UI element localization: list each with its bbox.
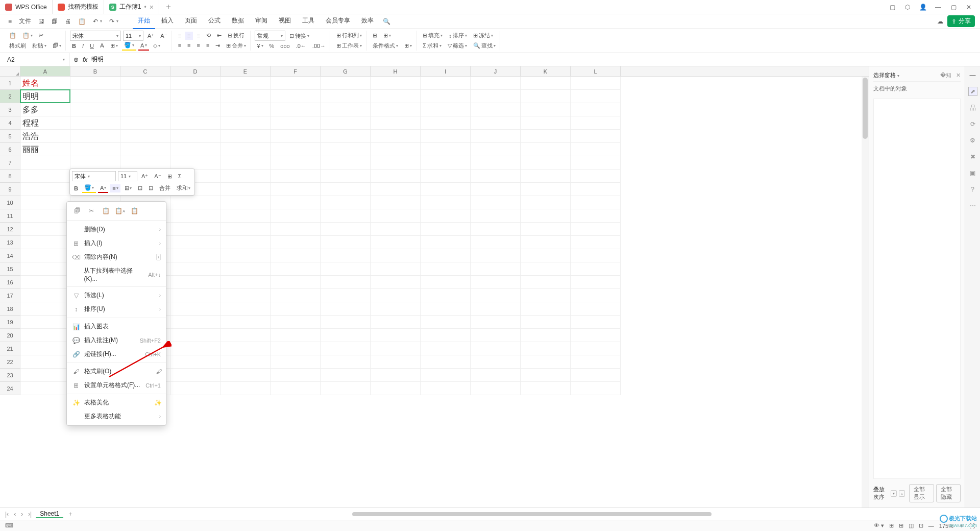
cell[interactable] xyxy=(421,156,471,170)
tab-page[interactable]: 页面 xyxy=(180,13,202,29)
cell[interactable] xyxy=(321,316,371,329)
cell[interactable] xyxy=(170,236,220,249)
cell[interactable] xyxy=(220,170,271,183)
cell[interactable] xyxy=(20,289,70,302)
cell[interactable] xyxy=(571,342,621,355)
row-header[interactable]: 4 xyxy=(0,116,20,130)
cell[interactable] xyxy=(471,316,521,329)
cell[interactable] xyxy=(571,236,621,249)
print-icon[interactable]: 🖨 xyxy=(62,16,74,27)
cell[interactable] xyxy=(371,316,421,329)
merge-button[interactable]: ⊞ 合并▾ xyxy=(224,41,248,51)
cell[interactable] xyxy=(371,130,421,143)
cell[interactable] xyxy=(521,196,571,209)
cell[interactable] xyxy=(220,77,271,90)
cell[interactable] xyxy=(220,236,271,249)
italic-icon[interactable]: I xyxy=(80,42,86,50)
cell[interactable] xyxy=(471,143,521,156)
cell[interactable] xyxy=(471,156,521,170)
row-header[interactable]: 24 xyxy=(0,382,20,395)
cell[interactable] xyxy=(220,342,271,355)
cell[interactable] xyxy=(220,209,271,223)
cell[interactable] xyxy=(471,90,521,103)
collapse-right-icon[interactable]: — xyxy=(968,70,977,80)
column-header[interactable]: D xyxy=(170,66,220,76)
indent-decrease-icon[interactable]: ⇤ xyxy=(215,31,224,40)
cell[interactable] xyxy=(220,262,271,276)
tab-home[interactable]: 开始 xyxy=(133,13,155,29)
filter-button[interactable]: ▽ 筛选▾ xyxy=(446,41,469,51)
cell[interactable] xyxy=(371,329,421,342)
cell[interactable] xyxy=(421,170,471,183)
cell[interactable] xyxy=(170,342,220,355)
fill-color-icon[interactable]: 🪣▾ xyxy=(122,41,136,51)
cell[interactable] xyxy=(321,116,371,130)
menu-hamburger-icon[interactable]: ≡ xyxy=(5,16,15,27)
cell[interactable] xyxy=(321,223,371,236)
find-button[interactable]: 🔍 查找▾ xyxy=(471,41,498,51)
view-break-icon[interactable]: ⊡ xyxy=(919,522,923,529)
column-header[interactable]: I xyxy=(421,66,471,76)
cell[interactable] xyxy=(521,262,571,276)
sort-button[interactable]: ↕ 排序▾ xyxy=(447,31,469,40)
cell[interactable] xyxy=(271,90,321,103)
cell[interactable] xyxy=(421,236,471,249)
tab-member[interactable]: 会员专享 xyxy=(321,13,355,29)
cell[interactable] xyxy=(20,329,70,342)
cell[interactable] xyxy=(271,289,321,302)
decimal-increase-icon[interactable]: .00→ xyxy=(310,42,328,50)
column-header[interactable]: J xyxy=(471,66,521,76)
cell[interactable] xyxy=(371,236,421,249)
row-header[interactable]: 7 xyxy=(0,156,20,170)
search-icon[interactable]: 🔍 xyxy=(380,16,394,27)
cell[interactable] xyxy=(471,329,521,342)
row-header[interactable]: 19 xyxy=(0,316,20,329)
cell[interactable] xyxy=(271,183,321,196)
cell[interactable] xyxy=(220,355,271,369)
row-header[interactable]: 20 xyxy=(0,329,20,342)
props-tool-icon[interactable]: ⚙ xyxy=(968,136,977,145)
cell[interactable] xyxy=(271,130,321,143)
cell[interactable] xyxy=(220,90,271,103)
cell[interactable]: 明明 xyxy=(20,90,70,103)
cell[interactable] xyxy=(321,196,371,209)
column-header[interactable]: C xyxy=(120,66,170,76)
cell[interactable] xyxy=(170,355,220,369)
strikethrough-icon[interactable]: A̶ xyxy=(98,41,106,50)
cloud-icon[interactable]: ☁ xyxy=(934,16,946,27)
cell[interactable] xyxy=(170,143,220,156)
column-header[interactable]: K xyxy=(521,66,571,76)
cell[interactable] xyxy=(20,236,70,249)
ctx-insert[interactable]: ⊞插入(I)› xyxy=(67,236,166,250)
copy-icon[interactable]: 🗐▾ xyxy=(51,41,63,50)
cell[interactable] xyxy=(220,302,271,316)
cell[interactable] xyxy=(371,289,421,302)
cell[interactable] xyxy=(321,355,371,369)
ctx-paste-icon[interactable]: 📋 xyxy=(101,206,111,216)
cell[interactable] xyxy=(471,223,521,236)
cell[interactable] xyxy=(170,302,220,316)
ctx-filter[interactable]: ▽筛选(L)› xyxy=(67,288,166,302)
mini-border-icon[interactable]: ⊞▾ xyxy=(122,184,134,192)
cell[interactable] xyxy=(321,156,371,170)
mini-sum-icon[interactable]: Σ xyxy=(176,172,184,180)
sheet-first-icon[interactable]: |‹ xyxy=(4,511,10,518)
align-left-icon[interactable]: ≡ xyxy=(176,41,183,50)
close-icon[interactable]: × xyxy=(150,3,154,11)
cell[interactable] xyxy=(120,143,170,156)
column-header[interactable]: E xyxy=(220,66,271,76)
view-normal-icon[interactable]: ⊞ xyxy=(899,522,903,529)
ctx-copy-icon[interactable]: 🗐 xyxy=(72,206,82,216)
cell[interactable]: 多多 xyxy=(20,103,70,116)
sheet-tab[interactable]: Sheet1 xyxy=(36,510,63,518)
cell[interactable] xyxy=(371,77,421,90)
cell[interactable] xyxy=(20,342,70,355)
cell[interactable] xyxy=(170,223,220,236)
fullscreen-icon[interactable]: ⛶ xyxy=(969,523,975,529)
cell[interactable] xyxy=(571,276,621,289)
cell[interactable] xyxy=(271,302,321,316)
zoom-out-icon[interactable]: — xyxy=(928,523,934,529)
cell[interactable] xyxy=(220,196,271,209)
cell[interactable] xyxy=(271,369,321,382)
cell[interactable] xyxy=(321,302,371,316)
